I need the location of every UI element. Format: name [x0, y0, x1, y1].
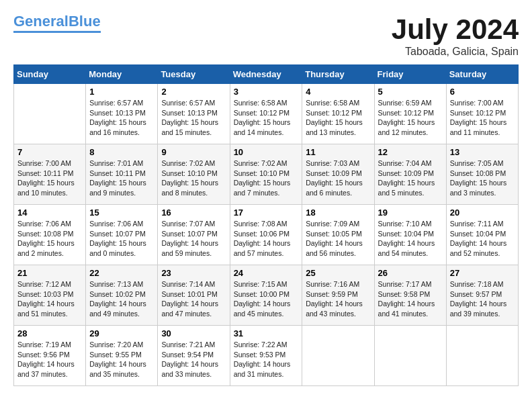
calendar-cell: 3Sunrise: 6:58 AM Sunset: 10:12 PM Dayli… — [230, 84, 302, 144]
calendar-cell: 8Sunrise: 7:01 AM Sunset: 10:11 PM Dayli… — [86, 144, 158, 205]
day-info: Sunrise: 7:16 AM Sunset: 9:59 PM Dayligh… — [306, 279, 370, 319]
location: Taboada, Galicia, Spain — [392, 46, 519, 58]
day-info: Sunrise: 7:05 AM Sunset: 10:08 PM Daylig… — [450, 158, 515, 198]
logo: GeneralBlue — [13, 13, 101, 33]
day-info: Sunrise: 7:11 AM Sunset: 10:04 PM Daylig… — [450, 219, 515, 259]
day-number: 10 — [234, 147, 299, 157]
calendar-header-thursday: Thursday — [302, 65, 374, 84]
logo-text: GeneralBlue — [13, 13, 101, 30]
day-info: Sunrise: 7:15 AM Sunset: 10:00 PM Daylig… — [234, 279, 299, 319]
day-info: Sunrise: 6:58 AM Sunset: 10:12 PM Daylig… — [234, 98, 299, 138]
calendar-cell: 18Sunrise: 7:09 AM Sunset: 10:05 PM Dayl… — [302, 205, 374, 265]
day-number: 23 — [161, 268, 226, 278]
day-number: 21 — [17, 268, 82, 278]
day-number: 28 — [17, 328, 82, 338]
logo-underline — [13, 31, 101, 33]
calendar-cell: 29Sunrise: 7:20 AM Sunset: 9:55 PM Dayli… — [86, 326, 158, 386]
day-number: 27 — [450, 268, 515, 278]
day-number: 11 — [306, 147, 370, 157]
calendar-cell: 31Sunrise: 7:22 AM Sunset: 9:53 PM Dayli… — [230, 326, 302, 386]
calendar-cell: 1Sunrise: 6:57 AM Sunset: 10:13 PM Dayli… — [86, 84, 158, 144]
calendar-week-row: 28Sunrise: 7:19 AM Sunset: 9:56 PM Dayli… — [14, 326, 519, 386]
calendar-cell: 27Sunrise: 7:18 AM Sunset: 9:57 PM Dayli… — [446, 265, 518, 326]
day-info: Sunrise: 7:07 AM Sunset: 10:07 PM Daylig… — [161, 219, 226, 259]
calendar-header-wednesday: Wednesday — [230, 65, 302, 84]
calendar-cell: 16Sunrise: 7:07 AM Sunset: 10:07 PM Dayl… — [158, 205, 230, 265]
day-info: Sunrise: 7:10 AM Sunset: 10:04 PM Daylig… — [378, 219, 443, 259]
day-info: Sunrise: 7:20 AM Sunset: 9:55 PM Dayligh… — [89, 340, 154, 379]
day-info: Sunrise: 6:58 AM Sunset: 10:12 PM Daylig… — [306, 98, 370, 138]
day-info: Sunrise: 7:12 AM Sunset: 10:03 PM Daylig… — [17, 279, 82, 319]
day-number: 24 — [234, 268, 299, 278]
calendar-cell: 20Sunrise: 7:11 AM Sunset: 10:04 PM Dayl… — [446, 205, 518, 265]
day-number: 16 — [161, 208, 226, 218]
day-info: Sunrise: 6:57 AM Sunset: 10:13 PM Daylig… — [89, 98, 154, 138]
calendar-cell: 19Sunrise: 7:10 AM Sunset: 10:04 PM Dayl… — [374, 205, 446, 265]
day-number: 29 — [89, 328, 154, 338]
day-info: Sunrise: 7:14 AM Sunset: 10:01 PM Daylig… — [161, 279, 226, 319]
day-number: 19 — [378, 208, 443, 218]
day-info: Sunrise: 7:13 AM Sunset: 10:02 PM Daylig… — [89, 279, 154, 319]
calendar-cell: 5Sunrise: 6:59 AM Sunset: 10:12 PM Dayli… — [374, 84, 446, 144]
calendar-cell: 28Sunrise: 7:19 AM Sunset: 9:56 PM Dayli… — [14, 326, 86, 386]
day-info: Sunrise: 7:19 AM Sunset: 9:56 PM Dayligh… — [17, 340, 82, 379]
calendar-cell: 7Sunrise: 7:00 AM Sunset: 10:11 PM Dayli… — [14, 144, 86, 205]
calendar-cell: 13Sunrise: 7:05 AM Sunset: 10:08 PM Dayl… — [446, 144, 518, 205]
calendar-cell: 2Sunrise: 6:57 AM Sunset: 10:13 PM Dayli… — [158, 84, 230, 144]
day-number: 8 — [89, 147, 154, 157]
calendar-header-saturday: Saturday — [446, 65, 518, 84]
day-number: 12 — [378, 147, 443, 157]
calendar-cell — [302, 326, 374, 386]
calendar-cell: 12Sunrise: 7:04 AM Sunset: 10:09 PM Dayl… — [374, 144, 446, 205]
day-info: Sunrise: 7:22 AM Sunset: 9:53 PM Dayligh… — [234, 340, 299, 379]
day-info: Sunrise: 6:57 AM Sunset: 10:13 PM Daylig… — [161, 98, 226, 138]
calendar-cell: 14Sunrise: 7:06 AM Sunset: 10:08 PM Dayl… — [14, 205, 86, 265]
day-number: 9 — [161, 147, 226, 157]
calendar-table: SundayMondayTuesdayWednesdayThursdayFrid… — [13, 64, 519, 386]
day-info: Sunrise: 7:02 AM Sunset: 10:10 PM Daylig… — [234, 158, 299, 198]
day-number: 14 — [17, 208, 82, 218]
day-number: 26 — [378, 268, 443, 278]
calendar-cell: 24Sunrise: 7:15 AM Sunset: 10:00 PM Dayl… — [230, 265, 302, 326]
day-info: Sunrise: 7:21 AM Sunset: 9:54 PM Dayligh… — [161, 340, 226, 379]
calendar-cell: 26Sunrise: 7:17 AM Sunset: 9:58 PM Dayli… — [374, 265, 446, 326]
calendar-cell: 15Sunrise: 7:06 AM Sunset: 10:07 PM Dayl… — [86, 205, 158, 265]
day-number: 1 — [89, 87, 154, 97]
logo-blue: Blue — [69, 13, 101, 30]
day-info: Sunrise: 6:59 AM Sunset: 10:12 PM Daylig… — [378, 98, 443, 138]
calendar-cell: 11Sunrise: 7:03 AM Sunset: 10:09 PM Dayl… — [302, 144, 374, 205]
calendar-cell: 25Sunrise: 7:16 AM Sunset: 9:59 PM Dayli… — [302, 265, 374, 326]
day-number: 6 — [450, 87, 515, 97]
calendar-cell: 6Sunrise: 7:00 AM Sunset: 10:12 PM Dayli… — [446, 84, 518, 144]
calendar-header-row: SundayMondayTuesdayWednesdayThursdayFrid… — [14, 65, 519, 84]
day-info: Sunrise: 7:09 AM Sunset: 10:05 PM Daylig… — [306, 219, 370, 259]
day-number: 31 — [234, 328, 299, 338]
calendar-cell — [446, 326, 518, 386]
calendar-cell: 23Sunrise: 7:14 AM Sunset: 10:01 PM Dayl… — [158, 265, 230, 326]
page-header: GeneralBlue July 2024 Taboada, Galicia, … — [13, 13, 519, 58]
day-number: 18 — [306, 208, 370, 218]
day-info: Sunrise: 7:18 AM Sunset: 9:57 PM Dayligh… — [450, 279, 515, 319]
calendar-cell: 9Sunrise: 7:02 AM Sunset: 10:10 PM Dayli… — [158, 144, 230, 205]
day-info: Sunrise: 7:00 AM Sunset: 10:12 PM Daylig… — [450, 98, 515, 138]
month-title: July 2024 — [392, 13, 519, 46]
day-number: 13 — [450, 147, 515, 157]
day-number: 3 — [234, 87, 299, 97]
title-area: July 2024 Taboada, Galicia, Spain — [392, 13, 519, 58]
calendar-cell — [14, 84, 86, 144]
calendar-cell: 22Sunrise: 7:13 AM Sunset: 10:02 PM Dayl… — [86, 265, 158, 326]
day-number: 20 — [450, 208, 515, 218]
calendar-cell: 17Sunrise: 7:08 AM Sunset: 10:06 PM Dayl… — [230, 205, 302, 265]
calendar-header-monday: Monday — [86, 65, 158, 84]
calendar-cell: 4Sunrise: 6:58 AM Sunset: 10:12 PM Dayli… — [302, 84, 374, 144]
calendar-cell — [374, 326, 446, 386]
day-info: Sunrise: 7:08 AM Sunset: 10:06 PM Daylig… — [234, 219, 299, 259]
day-info: Sunrise: 7:06 AM Sunset: 10:07 PM Daylig… — [89, 219, 154, 259]
logo-general: General — [13, 13, 69, 30]
day-info: Sunrise: 7:17 AM Sunset: 9:58 PM Dayligh… — [378, 279, 443, 319]
calendar-week-row: 7Sunrise: 7:00 AM Sunset: 10:11 PM Dayli… — [14, 144, 519, 205]
day-number: 2 — [161, 87, 226, 97]
day-number: 25 — [306, 268, 370, 278]
calendar-week-row: 14Sunrise: 7:06 AM Sunset: 10:08 PM Dayl… — [14, 205, 519, 265]
calendar-header-friday: Friday — [374, 65, 446, 84]
